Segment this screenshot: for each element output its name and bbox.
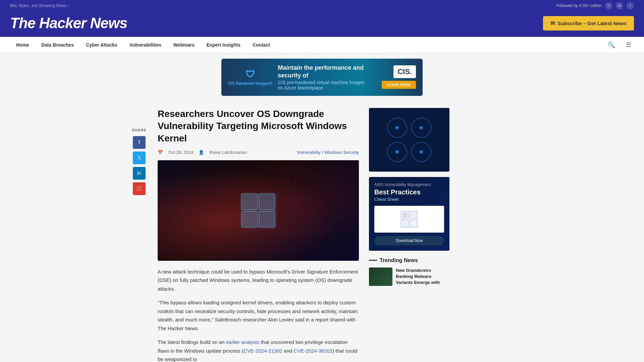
tag-windows-security[interactable]: Windows Security (324, 150, 359, 155)
circle-3 (387, 142, 407, 162)
facebook-share-button[interactable]: f (133, 136, 146, 149)
shield-icon: 🛡 (246, 69, 255, 80)
facebook-share-icon: f (139, 139, 140, 145)
nav-items: Home Data Breaches Cyber Attacks Vulnera… (10, 37, 605, 53)
article-paragraph-1: A new attack technique could be used to … (158, 267, 359, 293)
site-title[interactable]: The Hacker News (10, 15, 127, 32)
article-paragraph-3: The latest findings build on an earlier … (158, 338, 359, 362)
trending-item-title-1: New Grandoreiro Banking Malware Variants… (396, 267, 449, 286)
share-sidebar: SHARE f 𝕏 in ⬡ (131, 108, 148, 362)
navigation: Home Data Breaches Cyber Attacks Vulnera… (0, 37, 644, 53)
linkedin-top-icon[interactable]: in (616, 2, 623, 9)
article-paragraph-2: "This bypass allows loading unsigned ker… (158, 298, 359, 333)
aws-ad-block: AWS Vulnerability Management Best Practi… (369, 177, 449, 251)
tagline: Bits, Bytes, and Breaking News ↕ (10, 3, 69, 8)
circle-2 (411, 118, 431, 138)
nav-item-expert-insights[interactable]: Expert Insights (201, 37, 247, 53)
win-tile-3 (241, 211, 258, 227)
download-now-button[interactable]: Download Now (374, 236, 444, 245)
linkedin-share-button[interactable]: in (133, 167, 146, 180)
aws-ad-sub: Cheat Sheet (374, 197, 444, 202)
ad-sub-line: CIS pre-hardened virtual machine images (278, 80, 376, 85)
nav-icons: 🔍 ☰ (605, 39, 634, 51)
article-content: Researchers Uncover OS Downgrade Vulnera… (158, 108, 359, 362)
ad-logo-text: CIS Hardened Images® (228, 81, 272, 86)
ad-cis-logo: 🛡 CIS Hardened Images® (228, 69, 272, 86)
envelope-icon: ✉ (550, 20, 555, 26)
sidebar-top-ad[interactable] (369, 108, 449, 172)
nav-item-cyber-attacks[interactable]: Cyber Attacks (80, 37, 123, 53)
nav-item-home[interactable]: Home (10, 37, 35, 53)
aws-ad-main: Best Practices (374, 188, 444, 196)
article-author: Ravie Lakshmanan (209, 150, 247, 155)
trending-section: Trending News New Grandoreiro Banking Ma… (369, 257, 449, 286)
main-container: SHARE f 𝕏 in ⬡ Researchers Uncover OS Do… (121, 101, 523, 362)
tag-vulnerability[interactable]: Vulnerability (297, 150, 320, 155)
follow-text: Followed by 4.50+ million (556, 3, 602, 8)
twitter-top-icon[interactable]: 𝕏 (605, 2, 612, 9)
nav-item-webinars[interactable]: Webinars (167, 37, 201, 53)
trending-item-1[interactable]: New Grandoreiro Banking Malware Variants… (369, 267, 449, 286)
ad-third-line: on Azure Marketplace (278, 85, 376, 90)
ad-main-line: Maintain the performance and security of (278, 64, 376, 80)
win-tile-2 (259, 194, 275, 210)
earlier-analysis-link[interactable]: earlier analysis (226, 339, 259, 345)
menu-button[interactable]: ☰ (623, 39, 634, 51)
sidebar-right: AWS Vulnerability Management Best Practi… (369, 108, 449, 362)
article-date: Oct 28, 2024 (168, 150, 193, 155)
search-button[interactable]: 🔍 (605, 39, 618, 51)
cve2-link[interactable]: CVE-2024-38202 (293, 348, 332, 354)
cve1-link[interactable]: CVE-2024-21302 (244, 348, 282, 354)
tag-separator: / (322, 150, 324, 155)
article-tags: Vulnerability / Windows Security (297, 150, 359, 155)
top-bar: Bits, Bytes, and Breaking News ↕ Followe… (0, 0, 644, 11)
wiz-logo: 📋 ⚙ (401, 211, 418, 228)
twitter-share-button[interactable]: 𝕏 (133, 152, 146, 164)
facebook-top-icon[interactable]: f (627, 2, 634, 9)
circles-visual (382, 112, 437, 167)
social-follow: Followed by 4.50+ million 𝕏 in f (556, 2, 634, 9)
trending-line (369, 260, 377, 261)
ad-banner: 🛡 CIS Hardened Images® Maintain the perf… (221, 59, 423, 96)
article-title: Researchers Uncover OS Downgrade Vulnera… (158, 108, 359, 144)
share-other-icon: ⬡ (137, 185, 142, 192)
header: The Hacker News ✉ Subscribe – Get Latest… (0, 11, 644, 37)
share-label: SHARE (132, 128, 147, 132)
subscribe-label: Subscribe – Get Latest News (557, 20, 627, 26)
linkedin-share-icon: in (137, 170, 141, 176)
nav-item-data-breaches[interactable]: Data Breaches (35, 37, 80, 53)
meta-left: 📅 Oct 28, 2024 👤 Ravie Lakshmanan (158, 150, 247, 155)
aws-ad-image: 📋 ⚙ (374, 206, 444, 233)
trending-header: Trending News (369, 257, 449, 263)
win-tile-1 (241, 194, 258, 210)
nav-item-vulnerabilities[interactable]: Vulnerabilities (123, 37, 167, 53)
other-share-button[interactable]: ⬡ (133, 182, 146, 195)
author-icon: 👤 (199, 150, 204, 155)
nav-item-contact[interactable]: Contact (247, 37, 276, 53)
ad-text: Maintain the performance and security of… (278, 64, 376, 90)
calendar-icon: 📅 (158, 150, 163, 155)
learn-more-button[interactable]: LEARN MORE (382, 81, 416, 89)
article-meta: 📅 Oct 28, 2024 👤 Ravie Lakshmanan Vulner… (158, 150, 359, 155)
win-tile-4 (259, 211, 275, 227)
twitter-share-icon: 𝕏 (137, 155, 142, 161)
circle-1 (387, 118, 407, 138)
trending-thumb-1 (369, 267, 392, 286)
windows-logo (241, 194, 275, 227)
circle-4 (411, 142, 431, 162)
ad-right: CIS. LEARN MORE (382, 65, 416, 89)
aws-ad-title: AWS Vulnerability Management (374, 182, 444, 187)
subscribe-button[interactable]: ✉ Subscribe – Get Latest News (543, 16, 634, 31)
cis-logo-box: CIS. (393, 65, 416, 78)
article-body: A new attack technique could be used to … (158, 267, 359, 362)
article-hero-image (158, 160, 359, 261)
trending-title: Trending News (380, 257, 418, 263)
